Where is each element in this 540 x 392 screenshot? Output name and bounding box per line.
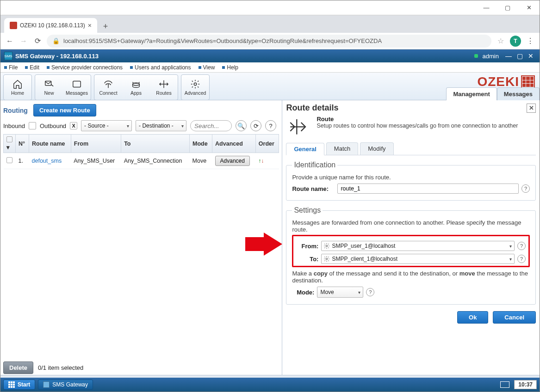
profile-avatar[interactable]: T [510, 36, 521, 47]
col-to[interactable]: To [121, 135, 190, 153]
tb-connect[interactable]: Connect [95, 76, 121, 99]
browser-toolbar: ← → ⟳ 🔒 localhost:9515/SMS+Gateway/?a=Ro… [0, 33, 540, 49]
url-text: localhost:9515/SMS+Gateway/?a=Routing&Vi… [63, 37, 382, 44]
tab-management[interactable]: Management [446, 87, 497, 100]
tb-messages[interactable]: Messages [64, 76, 90, 99]
settings-legend: Settings [292, 206, 323, 214]
menu-view[interactable]: View [199, 64, 215, 71]
destination-select[interactable]: - Destination - [136, 120, 186, 131]
route-row[interactable]: 1. defout_sms Any_SMS_User Any_SMS_Conne… [4, 153, 279, 169]
row-checkbox[interactable] [6, 157, 12, 163]
menu-file[interactable]: File [4, 64, 18, 71]
back-button[interactable]: ← [5, 37, 14, 46]
tb-home[interactable]: Home [5, 76, 31, 99]
help-icon[interactable]: ? [517, 242, 526, 250]
to-label: To: [296, 256, 318, 263]
row-order-arrows[interactable]: ↑↓ [255, 153, 279, 169]
tb-apps[interactable]: Apps [123, 76, 149, 99]
col-name[interactable]: Route name [29, 135, 71, 153]
tab-messages[interactable]: Messages [497, 87, 540, 100]
start-button[interactable]: Start [3, 380, 35, 390]
select-all-checkbox[interactable] [6, 136, 12, 142]
row-n: 1. [16, 153, 29, 169]
help-icon[interactable]: ? [517, 255, 526, 263]
os-minimize-button[interactable]: — [476, 0, 497, 15]
delete-button[interactable]: Delete [3, 361, 33, 374]
mode-select[interactable]: Move [317, 287, 363, 298]
from-value: SMPP_user_1@localhost [332, 243, 395, 249]
app-close-button[interactable]: ✕ [526, 52, 536, 60]
row-to: Any_SMS_Connection [121, 153, 190, 169]
clock[interactable]: 10:37 [514, 380, 537, 389]
source-select[interactable]: - Source - [81, 120, 132, 131]
tb-new[interactable]: New [36, 76, 62, 99]
routing-title: Routing [3, 107, 28, 114]
menu-edit[interactable]: Edit [25, 64, 39, 71]
tb-routes[interactable]: Routes [151, 76, 177, 99]
browser-tab-strip: OZEKI 10 (192.168.0.113) × + [0, 15, 540, 33]
details-close-button[interactable]: ✕ [527, 104, 536, 113]
create-route-button[interactable]: Create new Route [33, 104, 96, 116]
col-from[interactable]: From [71, 135, 121, 153]
mode-label: Mode: [292, 289, 314, 296]
address-bar[interactable]: 🔒 localhost:9515/SMS+Gateway/?a=Routing&… [47, 35, 491, 48]
col-advanced[interactable]: Advanced [212, 135, 256, 153]
os-window-titlebar: — ▢ ✕ [0, 0, 540, 15]
browser-tab[interactable]: OZEKI 10 (192.168.0.113) × [4, 18, 97, 33]
highlighted-box: From: SMPP_user_1@localhost ? To: SMPP_c… [292, 235, 530, 267]
menu-service-provider[interactable]: Service provider connections [47, 64, 123, 71]
search-icon[interactable]: 🔍 [236, 120, 247, 131]
outbound-checkbox[interactable]: X [70, 122, 77, 129]
tab-match[interactable]: Match [326, 142, 358, 155]
app-user[interactable]: admin [483, 53, 499, 60]
help-icon[interactable]: ? [265, 120, 276, 131]
tab-modify[interactable]: Modify [360, 142, 393, 155]
col-order[interactable]: Order [255, 135, 279, 153]
tb-advanced[interactable]: Advanced [182, 76, 208, 99]
os-maximize-button[interactable]: ▢ [497, 0, 518, 15]
gear-icon [323, 243, 330, 249]
refresh-icon[interactable]: ⟳ [250, 120, 261, 131]
help-icon[interactable]: ? [366, 288, 374, 296]
app-title: SMS Gateway - 192.168.0.113 [15, 53, 99, 60]
tab-general[interactable]: General [286, 143, 324, 155]
selection-status: 0/1 item selected [38, 364, 83, 371]
to-select[interactable]: SMPP_client_1@localhost [321, 254, 515, 264]
row-mode: Move [190, 153, 212, 169]
browser-menu-button[interactable]: ⋮ [526, 37, 535, 45]
reload-button[interactable]: ⟳ [33, 37, 42, 46]
col-mode[interactable]: Mode [190, 135, 212, 153]
menu-users-applications[interactable]: Users and applications [130, 64, 191, 71]
search-input[interactable] [190, 120, 232, 131]
identification-legend: Identification [292, 161, 337, 169]
route-name-input[interactable] [337, 184, 519, 194]
gear-icon [323, 256, 330, 262]
identification-fieldset: Identification Provide a unique name for… [286, 161, 536, 201]
favorite-icon[interactable]: ☆ [496, 37, 505, 46]
details-head-title: Route [317, 116, 518, 122]
os-close-button[interactable]: ✕ [518, 0, 540, 15]
app-maximize-button[interactable]: ▢ [515, 52, 525, 60]
row-advanced-button[interactable]: Advanced [215, 156, 250, 166]
col-n[interactable]: N° [16, 135, 29, 153]
routes-table: ▾ N° Route name From To Mode Advanced Or… [3, 134, 279, 169]
app-minimize-button[interactable]: — [503, 52, 514, 60]
menu-help[interactable]: Help [222, 64, 238, 71]
forward-button[interactable]: → [19, 37, 28, 46]
toolbar-area: Home New Messages Connect Apps Routes Ad… [0, 73, 540, 100]
inbound-checkbox[interactable] [29, 122, 36, 129]
new-tab-button[interactable]: + [99, 20, 112, 33]
keyboard-icon[interactable] [500, 381, 509, 388]
sms-icon [43, 381, 50, 388]
ok-button[interactable]: Ok [457, 311, 488, 324]
tab-close-icon[interactable]: × [88, 22, 92, 29]
help-icon[interactable]: ? [521, 184, 530, 193]
details-head-desc: Setup routes to control how messages/cal… [317, 122, 518, 129]
taskbar-app[interactable]: SMS Gateway [38, 380, 93, 390]
annotation-arrow [245, 233, 282, 256]
row-name-link[interactable]: defout_sms [32, 158, 62, 164]
menubar: File Edit Service provider connections U… [0, 62, 540, 73]
details-tabs: General Match Modify [286, 142, 536, 155]
from-select[interactable]: SMPP_user_1@localhost [321, 241, 515, 251]
cancel-button[interactable]: Cancel [493, 311, 536, 324]
